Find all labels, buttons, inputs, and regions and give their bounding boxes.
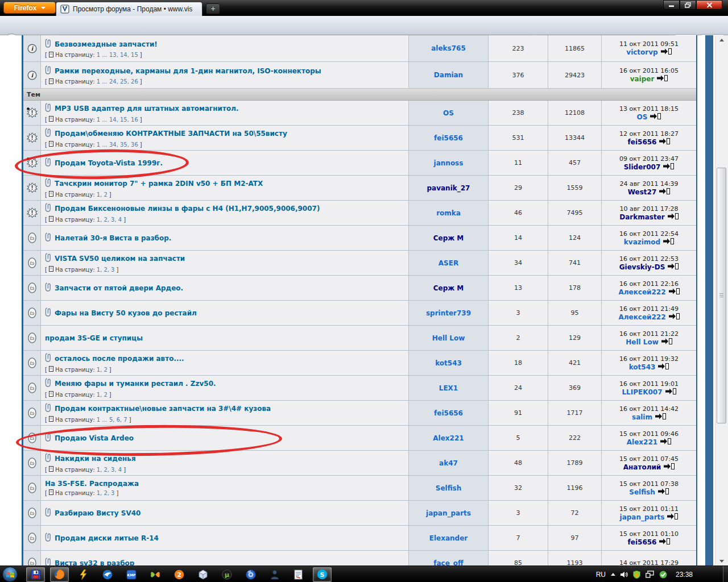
topic-title-link[interactable]: Безвозмездные запчасти! <box>55 40 158 48</box>
status-ok-icon[interactable] <box>659 571 667 579</box>
pagination-links[interactable]: 1 ... 5, 6, 7 <box>97 417 127 423</box>
topic-title-link[interactable]: Меняю фары и туманки рестаил . Zzv50. <box>55 380 216 388</box>
goto-last-post-icon[interactable] <box>659 538 670 546</box>
language-indicator[interactable]: RU <box>596 571 606 579</box>
pagination-links[interactable]: 1, 2, 3 <box>97 490 115 496</box>
scroll-down-arrow[interactable] <box>715 556 728 566</box>
new-tab-button[interactable]: + <box>206 3 220 14</box>
topic-title-link[interactable]: Налетай 30-я Виста в разбор. <box>55 234 171 242</box>
goto-last-post-icon[interactable] <box>655 413 666 421</box>
show-desktop-button[interactable] <box>723 566 728 582</box>
topic-author-link[interactable]: kot543 <box>435 359 462 367</box>
taskbar-app-floppy-app[interactable] <box>26 567 45 582</box>
last-post-author-link[interactable]: vaiper <box>630 75 655 83</box>
goto-last-post-icon[interactable] <box>660 438 671 446</box>
last-post-author-link[interactable]: Alex221 <box>627 438 657 446</box>
topic-author-link[interactable]: sprinter739 <box>426 309 471 317</box>
goto-last-post-icon[interactable] <box>661 48 672 56</box>
last-post-author-link[interactable]: japan_parts <box>620 513 665 521</box>
last-post-author-link[interactable]: Darkmaster <box>619 213 665 221</box>
goto-last-post-icon[interactable] <box>669 313 680 321</box>
pagination-links[interactable]: 1 ... 24, 25, 26 <box>97 78 138 85</box>
topic-author-link[interactable]: jannoss <box>434 159 464 167</box>
pagination-links[interactable]: 1, 2, 3, 4 <box>97 217 122 223</box>
network-icon[interactable] <box>646 571 654 578</box>
show-hidden-icons-button[interactable] <box>611 573 615 576</box>
goto-last-post-icon[interactable] <box>667 513 678 521</box>
firefox-menu-button[interactable]: Firefox <box>3 2 56 14</box>
topic-author-link[interactable]: aleks765 <box>431 44 466 52</box>
goto-last-post-icon[interactable] <box>659 138 670 146</box>
pagination-links[interactable]: 1, 2 <box>97 392 107 398</box>
minimize-button[interactable] <box>663 0 680 10</box>
topic-author-link[interactable]: pavanik_27 <box>427 184 470 192</box>
last-post-author-link[interactable]: fei5656 <box>628 138 657 146</box>
taskbar-app-utorrent[interactable]: µ <box>217 567 236 582</box>
topic-title-link[interactable]: Тачскрин монитор 7" + рамка 2DIN v50 + Б… <box>55 180 263 188</box>
topic-title-link[interactable]: Фары на Висту 50 кузов до рестайл <box>55 309 197 317</box>
last-post-author-link[interactable]: salim <box>632 413 652 421</box>
topic-title-link[interactable]: VISTA SV50 целиком на запчасти <box>55 255 185 263</box>
taskbar-app-firefox[interactable] <box>50 567 69 582</box>
taskbar-clock[interactable]: 23:38 <box>676 571 693 579</box>
goto-last-post-icon[interactable] <box>657 75 668 83</box>
topic-title-link[interactable]: продам 3S-GE и ступицы <box>45 334 143 342</box>
taskbar-app-notes-app[interactable] <box>289 567 308 582</box>
scrollbar-thumb[interactable] <box>717 168 726 423</box>
taskbar-app-virtualbox[interactable] <box>193 567 212 582</box>
last-post-author-link[interactable]: LLIPEK007 <box>622 388 662 396</box>
topic-author-link[interactable]: fei5656 <box>434 409 463 417</box>
last-post-author-link[interactable]: kvazimod <box>624 238 660 246</box>
last-post-author-link[interactable]: Hell Low <box>626 338 659 346</box>
topic-author-link[interactable]: OS <box>443 109 454 117</box>
goto-last-post-icon[interactable] <box>669 288 680 296</box>
topic-title-link[interactable]: Запчасти от пятой двери Ардео. <box>55 284 183 292</box>
topic-title-link[interactable]: Продам Биксеноновые линзы в фары с H4 (H… <box>55 205 320 213</box>
taskbar-app-messenger[interactable] <box>146 567 164 582</box>
topic-title-link[interactable]: Разбираю Висту SV40 <box>55 509 140 517</box>
topic-author-link[interactable]: ASER <box>439 259 458 267</box>
vertical-scrollbar[interactable] <box>715 35 728 566</box>
taskbar-app-skype[interactable]: S <box>313 567 332 582</box>
goto-last-post-icon[interactable] <box>663 238 674 246</box>
topic-title-link[interactable]: Рамки переходные, карманы для 1-дин магн… <box>55 67 321 75</box>
topic-author-link[interactable]: Alex221 <box>433 434 464 442</box>
topic-author-link[interactable]: romka <box>436 209 461 217</box>
topic-author-link[interactable]: Серж М <box>433 234 464 242</box>
topic-title-link[interactable]: MP3 USB адаптер для штатных автомагнитол… <box>55 105 239 113</box>
topic-author-link[interactable]: Damian <box>434 71 463 79</box>
antivirus-shield-icon[interactable] <box>633 571 640 579</box>
goto-last-post-icon[interactable] <box>664 463 675 471</box>
topic-title-link[interactable]: Продам\обменяю КОНТРАКТНЫЕ ЗАПЧАСТИ на 5… <box>55 130 287 138</box>
pagination-links[interactable]: 1, 2 <box>97 367 107 373</box>
pagination-links[interactable]: 1, 2, 3 <box>97 267 115 273</box>
last-post-author-link[interactable]: Slider007 <box>624 163 661 171</box>
goto-last-post-icon[interactable] <box>659 188 670 196</box>
topic-author-link[interactable]: Selfish <box>436 484 461 492</box>
topic-author-link[interactable]: face_off <box>433 559 464 566</box>
last-post-author-link[interactable]: Анатолий <box>623 463 661 471</box>
topic-author-link[interactable]: Elexander <box>429 534 468 542</box>
topic-author-link[interactable]: LEX1 <box>439 384 458 392</box>
pagination-links[interactable]: 1 ... 13, 14, 15 <box>97 52 138 58</box>
goto-last-post-icon[interactable] <box>658 488 669 496</box>
last-post-author-link[interactable]: Алексей222 <box>618 288 665 296</box>
pagination-links[interactable]: 1 ... 34, 35, 36 <box>97 142 138 148</box>
topic-title-link[interactable]: Продам контрактные\новые запчасти на 3#\… <box>55 405 271 413</box>
topic-title-link[interactable]: На 3S-FSE. Распродажа <box>45 480 139 488</box>
taskbar-app-2gis[interactable]: 2 <box>169 567 188 582</box>
last-post-author-link[interactable]: Selfish <box>629 488 655 496</box>
last-post-author-link[interactable]: Алексей222 <box>618 313 665 321</box>
last-post-author-link[interactable]: kot543 <box>629 363 656 371</box>
pagination-links[interactable]: 1 ... 14, 15, 16 <box>97 117 138 123</box>
taskbar-app-mail-agent[interactable] <box>265 567 284 582</box>
last-post-author-link[interactable]: OS <box>637 113 648 121</box>
taskbar-app-punto-switcher[interactable] <box>74 567 93 582</box>
restore-button[interactable] <box>680 0 696 10</box>
last-post-author-link[interactable]: fei5656 <box>628 538 657 546</box>
topic-author-link[interactable]: Hell Low <box>432 334 465 342</box>
goto-last-post-icon[interactable] <box>661 338 672 346</box>
pagination-links[interactable]: 1, 2 <box>97 192 107 198</box>
taskbar-app-thunderbird[interactable] <box>98 567 117 582</box>
last-post-author-link[interactable]: West27 <box>628 188 657 196</box>
